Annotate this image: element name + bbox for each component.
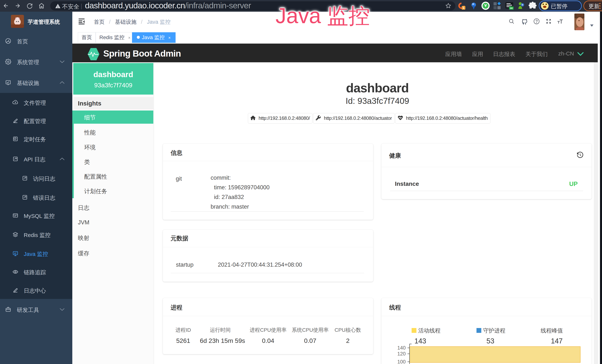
svg-text:on: on bbox=[510, 7, 513, 10]
svg-text:120: 120 bbox=[397, 351, 406, 357]
svg-text:140: 140 bbox=[397, 345, 406, 351]
svg-text:100: 100 bbox=[397, 359, 406, 364]
svg-text:1: 1 bbox=[463, 6, 464, 10]
